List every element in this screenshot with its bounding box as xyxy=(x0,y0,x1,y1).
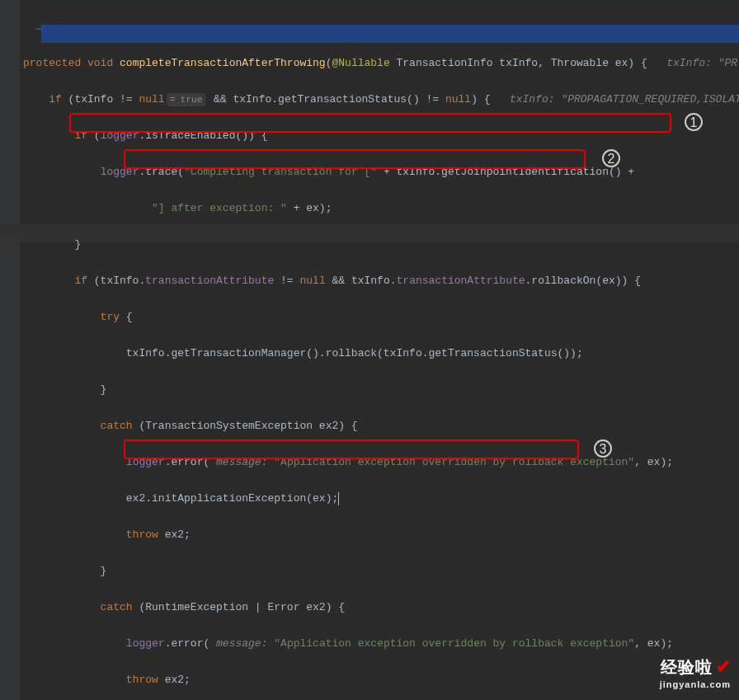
code-line[interactable]: } xyxy=(20,236,739,254)
code-line[interactable]: ex2.initApplicationException(ex); xyxy=(20,490,739,508)
inlay-hint: txInfo: "PR xyxy=(666,57,737,69)
code-line[interactable]: if (logger.isTraceEnabled()) { xyxy=(20,127,739,145)
code-line[interactable]: if (txInfo != null= true && txInfo.getTr… xyxy=(20,91,739,109)
code-line[interactable]: catch (TransactionSystemException ex2) { xyxy=(20,417,739,435)
code-line[interactable]: if (txInfo.transactionAttribute != null … xyxy=(20,272,739,290)
gutter xyxy=(0,0,20,700)
inlay-hint: = true xyxy=(167,93,206,106)
code-line[interactable]: try { xyxy=(20,308,739,327)
inlay-hint: txInfo: "PROPAGATION_REQUIRED,ISOLAT xyxy=(510,93,739,106)
code-line[interactable]: logger.error( message: "Application exce… xyxy=(20,453,739,472)
code-editor[interactable]: … protected void completeTransactionAfte… xyxy=(20,0,739,700)
code-line[interactable]: logger.error( message: "Application exce… xyxy=(20,635,739,653)
text-caret xyxy=(338,492,339,505)
code-line[interactable]: throw ex2; xyxy=(20,526,739,544)
code-line[interactable]: txInfo.getTransactionManager().rollback(… xyxy=(20,345,739,363)
fold-ellipsis: … xyxy=(23,21,42,33)
code-line[interactable]: } xyxy=(20,562,739,580)
code-line[interactable]: } xyxy=(20,381,739,399)
code-line[interactable]: throw ex2; xyxy=(20,671,739,689)
code-line[interactable]: "] after exception: " + ex); xyxy=(20,200,739,218)
code-line[interactable]: catch (RuntimeException | Error ex2) { xyxy=(20,599,739,617)
code-line[interactable]: protected void completeTransactionAfterT… xyxy=(20,54,739,73)
code-line[interactable]: logger.trace("Completing transaction for… xyxy=(20,163,739,181)
